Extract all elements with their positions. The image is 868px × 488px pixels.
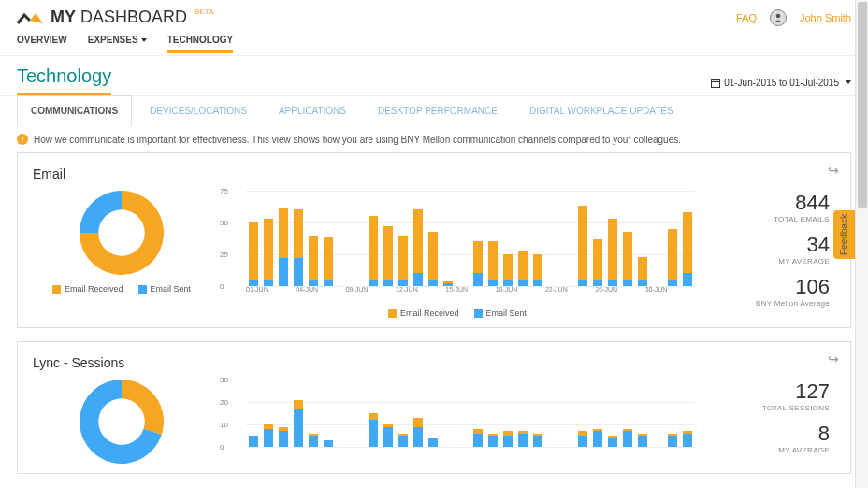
subtab-devices-locations[interactable]: DEVICES/LOCATIONS [136,95,261,126]
share-icon[interactable]: ↪ [828,163,839,178]
faq-link[interactable]: FAQ [736,12,757,23]
x-tick: 22-JUN [545,286,595,303]
panel-email: ↪EmailEmail ReceivedEmail Sent025507501-… [17,152,851,328]
page-title: Technology [17,65,111,95]
svg-rect-1 [712,79,720,87]
stat-value: 106 [695,275,830,299]
donut-chart [80,191,164,275]
stat-value: 844 [695,191,830,215]
stat-label: MY AVERAGE [695,257,830,266]
legend-item: Email Received [52,284,123,294]
stat-label: TOTAL EMAILS [695,215,830,223]
user-icon [773,12,784,23]
x-tick: 09-JUN [346,286,396,303]
chevron-down-icon [846,80,851,84]
mainnav-item-overview[interactable]: OVERVIEW [17,35,67,53]
date-range-text: 01-Jun-2015 to 01-Jul-2015 [724,78,839,88]
brand: MY DASHBOARD BETA [17,7,211,27]
sub-tabs: COMMUNICATIONSDEVICES/LOCATIONSAPPLICATI… [0,95,868,126]
x-tick: 30-JUN [645,286,695,303]
info-icon: i [17,134,28,145]
y-tick: 10 [220,421,228,429]
info-text: How we communicate is important for effe… [34,135,681,145]
x-tick: 15-JUN [445,286,495,303]
y-tick: 75 [220,187,228,195]
panel-title: Email [33,166,835,181]
date-range-picker[interactable]: 01-Jun-2015 to 01-Jul-2015 [711,78,851,95]
logo-icon [17,9,45,26]
scrollbar[interactable] [855,0,868,488]
x-tick: 26-JUN [595,286,644,303]
bar-chart: 0102030 [220,380,695,464]
feedback-tab[interactable]: Feedback [833,210,855,259]
brand-text: MY DASHBOARD [51,7,187,27]
chevron-down-icon [141,38,147,42]
panel-title: Lync - Sessions [33,355,835,370]
panel-lync: ↪Lync - Sessions0102030127TOTAL SESSIONS… [17,341,851,474]
donut-chart [80,380,164,464]
stat-value: 34 [695,233,830,257]
x-tick: 04-JUN [296,286,345,303]
beta-badge: BETA [195,7,213,16]
y-tick: 0 [220,443,224,452]
subtab-desktop-performance[interactable]: DESKTOP PERFORMANCE [364,95,512,126]
y-tick: 50 [220,219,228,227]
scroll-thumb[interactable] [858,2,867,208]
y-tick: 20 [220,398,228,407]
x-tick: 18-JUN [496,286,545,303]
y-tick: 25 [220,251,228,259]
legend-item: Email Received [388,309,459,318]
subtab-communications[interactable]: COMMUNICATIONS [17,95,132,126]
mainnav-item-technology[interactable]: TECHNOLOGY [167,35,234,53]
stat-label: BNY Mellon Average [695,299,830,308]
legend-item: Email Sent [474,309,528,318]
stat-value: 8 [695,422,830,446]
share-icon[interactable]: ↪ [828,352,839,366]
svg-point-0 [776,13,781,18]
stat-label: TOTAL SESSIONS [695,404,830,412]
main-nav: OVERVIEWEXPENSESTECHNOLOGY [0,31,868,53]
subtab-digital-workplace-updates[interactable]: DIGITAL WORKPLACE UPDATES [515,95,687,126]
y-tick: 30 [220,376,228,384]
y-tick: 0 [220,282,224,291]
bar-chart: 025507501-JUN04-JUN09-JUN12-JUN15-JUN18-… [220,191,695,303]
username-link[interactable]: John Smith [800,12,851,23]
mainnav-item-expenses[interactable]: EXPENSES [88,35,147,53]
legend-item: Email Sent [138,284,192,294]
info-bar: i How we communicate is important for ef… [0,126,868,152]
calendar-icon [711,79,720,88]
stat-label: MY AVERAGE [695,446,830,454]
x-tick: 01-JUN [246,286,296,303]
x-tick: 12-JUN [396,286,445,303]
subtab-applications[interactable]: APPLICATIONS [265,95,360,126]
stat-value: 127 [695,380,830,404]
avatar[interactable] [770,9,787,26]
